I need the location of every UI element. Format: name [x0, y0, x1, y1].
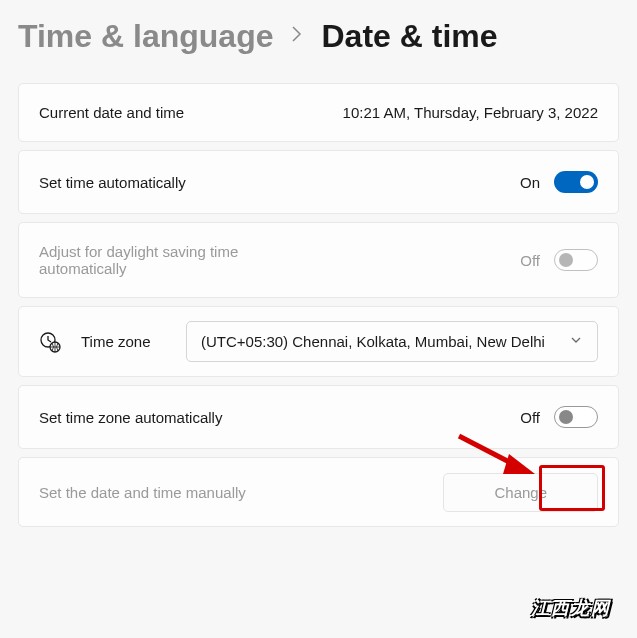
current-datetime-value: 10:21 AM, Thursday, February 3, 2022: [343, 104, 598, 121]
timezone-selected-value: (UTC+05:30) Chennai, Kolkata, Mumbai, Ne…: [201, 333, 561, 350]
timezone-label: Time zone: [81, 333, 166, 350]
set-manual-row: Set the date and time manually Change: [18, 457, 619, 527]
set-timezone-auto-label: Set time zone automatically: [39, 409, 520, 426]
chevron-right-icon: [291, 25, 303, 48]
set-time-auto-toggle[interactable]: [554, 171, 598, 193]
change-button: Change: [443, 473, 598, 512]
current-datetime-row: Current date and time 10:21 AM, Thursday…: [18, 83, 619, 142]
set-time-auto-row: Set time automatically On: [18, 150, 619, 214]
set-timezone-auto-control: Off: [520, 406, 598, 428]
chevron-down-icon: [569, 333, 583, 350]
dst-control: Off: [520, 249, 598, 271]
timezone-select[interactable]: (UTC+05:30) Chennai, Kolkata, Mumbai, Ne…: [186, 321, 598, 362]
clock-globe-icon: [39, 331, 61, 353]
breadcrumb-parent[interactable]: Time & language: [18, 18, 273, 55]
watermark: 江西龙网: [531, 596, 611, 620]
set-time-auto-label: Set time automatically: [39, 174, 520, 191]
dst-state: Off: [520, 252, 540, 269]
current-datetime-label: Current date and time: [39, 104, 343, 121]
set-manual-label: Set the date and time manually: [39, 484, 443, 501]
page-title: Date & time: [321, 18, 497, 55]
set-timezone-auto-state: Off: [520, 409, 540, 426]
set-time-auto-control: On: [520, 171, 598, 193]
timezone-row: Time zone (UTC+05:30) Chennai, Kolkata, …: [18, 306, 619, 377]
dst-row: Adjust for daylight saving time automati…: [18, 222, 619, 298]
set-timezone-auto-toggle[interactable]: [554, 406, 598, 428]
dst-toggle: [554, 249, 598, 271]
dst-label: Adjust for daylight saving time automati…: [39, 243, 299, 277]
breadcrumb: Time & language Date & time: [0, 0, 637, 83]
set-time-auto-state: On: [520, 174, 540, 191]
set-timezone-auto-row: Set time zone automatically Off: [18, 385, 619, 449]
